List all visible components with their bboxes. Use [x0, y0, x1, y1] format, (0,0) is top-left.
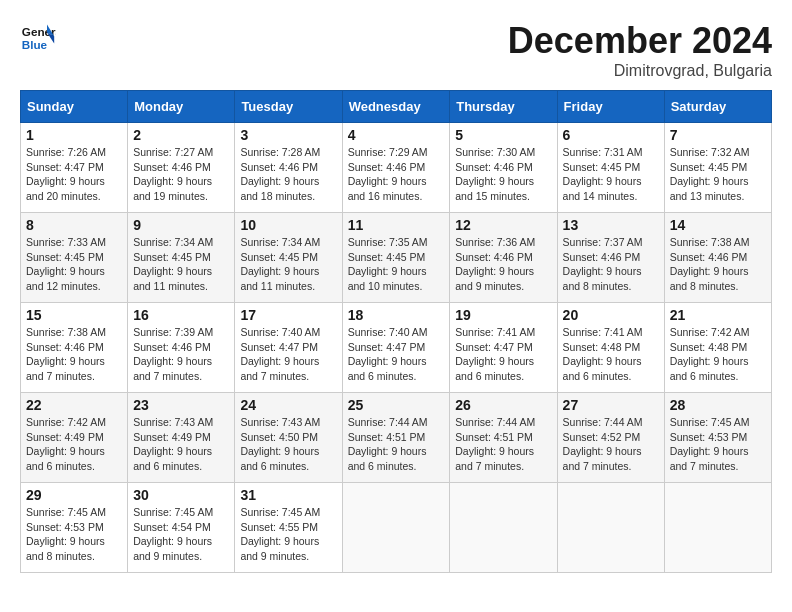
calendar-cell: 22 Sunrise: 7:42 AM Sunset: 4:49 PM Dayl… — [21, 393, 128, 483]
calendar-cell: 19 Sunrise: 7:41 AM Sunset: 4:47 PM Dayl… — [450, 303, 557, 393]
daylight-label: Daylight: 9 hours and 6 minutes. — [133, 445, 212, 472]
weekday-header-saturday: Saturday — [664, 91, 771, 123]
day-info: Sunrise: 7:42 AM Sunset: 4:48 PM Dayligh… — [670, 325, 766, 384]
day-info: Sunrise: 7:45 AM Sunset: 4:53 PM Dayligh… — [670, 415, 766, 474]
day-info: Sunrise: 7:30 AM Sunset: 4:46 PM Dayligh… — [455, 145, 551, 204]
daylight-label: Daylight: 9 hours and 14 minutes. — [563, 175, 642, 202]
daylight-label: Daylight: 9 hours and 6 minutes. — [240, 445, 319, 472]
daylight-label: Daylight: 9 hours and 20 minutes. — [26, 175, 105, 202]
sunrise-label: Sunrise: 7:45 AM — [26, 506, 106, 518]
day-info: Sunrise: 7:28 AM Sunset: 4:46 PM Dayligh… — [240, 145, 336, 204]
sunset-label: Sunset: 4:49 PM — [26, 431, 104, 443]
calendar-cell: 4 Sunrise: 7:29 AM Sunset: 4:46 PM Dayli… — [342, 123, 450, 213]
daylight-label: Daylight: 9 hours and 11 minutes. — [133, 265, 212, 292]
calendar-week-row: 15 Sunrise: 7:38 AM Sunset: 4:46 PM Dayl… — [21, 303, 772, 393]
day-info: Sunrise: 7:32 AM Sunset: 4:45 PM Dayligh… — [670, 145, 766, 204]
weekday-header-monday: Monday — [128, 91, 235, 123]
sunset-label: Sunset: 4:46 PM — [348, 161, 426, 173]
day-number: 28 — [670, 397, 766, 413]
sunrise-label: Sunrise: 7:43 AM — [240, 416, 320, 428]
sunrise-label: Sunrise: 7:31 AM — [563, 146, 643, 158]
calendar-cell: 26 Sunrise: 7:44 AM Sunset: 4:51 PM Dayl… — [450, 393, 557, 483]
title-area: December 2024 Dimitrovgrad, Bulgaria — [508, 20, 772, 80]
day-number: 10 — [240, 217, 336, 233]
day-info: Sunrise: 7:38 AM Sunset: 4:46 PM Dayligh… — [670, 235, 766, 294]
calendar-cell: 8 Sunrise: 7:33 AM Sunset: 4:45 PM Dayli… — [21, 213, 128, 303]
day-number: 3 — [240, 127, 336, 143]
day-number: 27 — [563, 397, 659, 413]
calendar-cell — [450, 483, 557, 573]
calendar-cell — [664, 483, 771, 573]
day-info: Sunrise: 7:43 AM Sunset: 4:49 PM Dayligh… — [133, 415, 229, 474]
day-number: 14 — [670, 217, 766, 233]
day-info: Sunrise: 7:41 AM Sunset: 4:48 PM Dayligh… — [563, 325, 659, 384]
sunset-label: Sunset: 4:46 PM — [240, 161, 318, 173]
sunrise-label: Sunrise: 7:41 AM — [455, 326, 535, 338]
day-number: 15 — [26, 307, 122, 323]
logo-icon: General Blue — [20, 20, 56, 56]
weekday-header-sunday: Sunday — [21, 91, 128, 123]
day-info: Sunrise: 7:35 AM Sunset: 4:45 PM Dayligh… — [348, 235, 445, 294]
day-info: Sunrise: 7:45 AM Sunset: 4:55 PM Dayligh… — [240, 505, 336, 564]
calendar-cell: 14 Sunrise: 7:38 AM Sunset: 4:46 PM Dayl… — [664, 213, 771, 303]
daylight-label: Daylight: 9 hours and 6 minutes. — [348, 355, 427, 382]
sunrise-label: Sunrise: 7:35 AM — [348, 236, 428, 248]
calendar-cell: 10 Sunrise: 7:34 AM Sunset: 4:45 PM Dayl… — [235, 213, 342, 303]
calendar-cell: 11 Sunrise: 7:35 AM Sunset: 4:45 PM Dayl… — [342, 213, 450, 303]
logo: General Blue — [20, 20, 56, 56]
calendar-cell: 23 Sunrise: 7:43 AM Sunset: 4:49 PM Dayl… — [128, 393, 235, 483]
day-info: Sunrise: 7:40 AM Sunset: 4:47 PM Dayligh… — [240, 325, 336, 384]
daylight-label: Daylight: 9 hours and 7 minutes. — [563, 445, 642, 472]
weekday-header-friday: Friday — [557, 91, 664, 123]
sunset-label: Sunset: 4:45 PM — [563, 161, 641, 173]
daylight-label: Daylight: 9 hours and 6 minutes. — [563, 355, 642, 382]
day-number: 31 — [240, 487, 336, 503]
sunrise-label: Sunrise: 7:27 AM — [133, 146, 213, 158]
calendar-week-row: 1 Sunrise: 7:26 AM Sunset: 4:47 PM Dayli… — [21, 123, 772, 213]
daylight-label: Daylight: 9 hours and 10 minutes. — [348, 265, 427, 292]
daylight-label: Daylight: 9 hours and 9 minutes. — [240, 535, 319, 562]
day-info: Sunrise: 7:36 AM Sunset: 4:46 PM Dayligh… — [455, 235, 551, 294]
daylight-label: Daylight: 9 hours and 8 minutes. — [26, 535, 105, 562]
calendar-cell: 28 Sunrise: 7:45 AM Sunset: 4:53 PM Dayl… — [664, 393, 771, 483]
sunrise-label: Sunrise: 7:32 AM — [670, 146, 750, 158]
calendar-cell: 1 Sunrise: 7:26 AM Sunset: 4:47 PM Dayli… — [21, 123, 128, 213]
daylight-label: Daylight: 9 hours and 6 minutes. — [455, 355, 534, 382]
calendar-cell: 29 Sunrise: 7:45 AM Sunset: 4:53 PM Dayl… — [21, 483, 128, 573]
sunrise-label: Sunrise: 7:42 AM — [26, 416, 106, 428]
sunrise-label: Sunrise: 7:38 AM — [670, 236, 750, 248]
day-number: 4 — [348, 127, 445, 143]
calendar-cell: 9 Sunrise: 7:34 AM Sunset: 4:45 PM Dayli… — [128, 213, 235, 303]
calendar-cell: 25 Sunrise: 7:44 AM Sunset: 4:51 PM Dayl… — [342, 393, 450, 483]
calendar-cell: 20 Sunrise: 7:41 AM Sunset: 4:48 PM Dayl… — [557, 303, 664, 393]
sunset-label: Sunset: 4:55 PM — [240, 521, 318, 533]
sunrise-label: Sunrise: 7:38 AM — [26, 326, 106, 338]
day-number: 1 — [26, 127, 122, 143]
sunrise-label: Sunrise: 7:40 AM — [240, 326, 320, 338]
day-info: Sunrise: 7:26 AM Sunset: 4:47 PM Dayligh… — [26, 145, 122, 204]
calendar-cell: 21 Sunrise: 7:42 AM Sunset: 4:48 PM Dayl… — [664, 303, 771, 393]
day-info: Sunrise: 7:37 AM Sunset: 4:46 PM Dayligh… — [563, 235, 659, 294]
sunrise-label: Sunrise: 7:34 AM — [240, 236, 320, 248]
calendar-cell: 17 Sunrise: 7:40 AM Sunset: 4:47 PM Dayl… — [235, 303, 342, 393]
calendar-table: SundayMondayTuesdayWednesdayThursdayFrid… — [20, 90, 772, 573]
day-number: 9 — [133, 217, 229, 233]
calendar-cell: 3 Sunrise: 7:28 AM Sunset: 4:46 PM Dayli… — [235, 123, 342, 213]
calendar-cell: 5 Sunrise: 7:30 AM Sunset: 4:46 PM Dayli… — [450, 123, 557, 213]
day-number: 24 — [240, 397, 336, 413]
location: Dimitrovgrad, Bulgaria — [508, 62, 772, 80]
daylight-label: Daylight: 9 hours and 16 minutes. — [348, 175, 427, 202]
weekday-header-thursday: Thursday — [450, 91, 557, 123]
calendar-cell: 24 Sunrise: 7:43 AM Sunset: 4:50 PM Dayl… — [235, 393, 342, 483]
sunrise-label: Sunrise: 7:41 AM — [563, 326, 643, 338]
day-number: 23 — [133, 397, 229, 413]
calendar-cell: 30 Sunrise: 7:45 AM Sunset: 4:54 PM Dayl… — [128, 483, 235, 573]
day-number: 7 — [670, 127, 766, 143]
daylight-label: Daylight: 9 hours and 9 minutes. — [455, 265, 534, 292]
daylight-label: Daylight: 9 hours and 9 minutes. — [133, 535, 212, 562]
calendar-cell: 6 Sunrise: 7:31 AM Sunset: 4:45 PM Dayli… — [557, 123, 664, 213]
sunrise-label: Sunrise: 7:36 AM — [455, 236, 535, 248]
calendar-week-row: 8 Sunrise: 7:33 AM Sunset: 4:45 PM Dayli… — [21, 213, 772, 303]
day-info: Sunrise: 7:44 AM Sunset: 4:51 PM Dayligh… — [348, 415, 445, 474]
day-info: Sunrise: 7:40 AM Sunset: 4:47 PM Dayligh… — [348, 325, 445, 384]
